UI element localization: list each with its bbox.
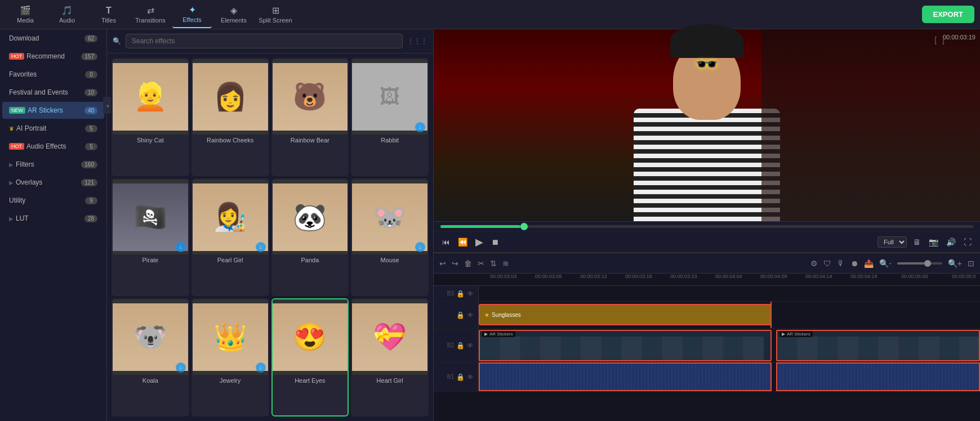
track-row-video: B2 🔒 👁 ▶ AR Stickers <box>434 329 980 362</box>
audio-eye-icon: 👁 <box>467 373 474 381</box>
play-btn[interactable]: ▶ <box>474 234 485 250</box>
sidebar-item-favorites[interactable]: Favorites 0 <box>2 66 104 83</box>
preview-progress[interactable] <box>440 225 973 228</box>
effect-card-pirate[interactable]: 🏴‍☠️ ↓ Pirate <box>112 178 189 297</box>
undo-btn[interactable]: ↩ <box>439 259 446 268</box>
top-toolbar: 🎬 Media 🎵 Audio T Titles ⇄ Transitions ✦… <box>0 0 980 29</box>
lock-icon: 🔒 <box>456 290 465 298</box>
wave-btn[interactable]: ≋ <box>502 259 509 268</box>
video-lock-icon: 🔒 <box>456 342 465 350</box>
playback-controls: ⏮ ⏪ ▶ ⏹ Full 🖥 📷 🔊 ⛶ <box>434 231 980 252</box>
skip-back-btn[interactable]: ⏮ <box>440 236 452 248</box>
timeline-tracks: B3 🔒 👁 🔒 👁 ★ <box>434 286 980 421</box>
cut-btn[interactable]: ✂ <box>478 259 484 268</box>
toolbar-elements[interactable]: ◈ Elements <box>214 1 253 28</box>
redo-btn[interactable]: ↪ <box>452 259 458 268</box>
shield-btn[interactable]: 🛡 <box>823 259 831 268</box>
clip-ar-stickers-1[interactable]: ▶ AR Stickers <box>479 330 772 361</box>
delete-btn[interactable]: 🗑 <box>464 259 472 268</box>
track-control-b3: B3 🔒 👁 <box>434 286 479 301</box>
effect-card-shiny-cat[interactable]: 👱 Shiny Cat <box>112 58 189 176</box>
search-icon: 🔍 <box>113 37 121 45</box>
quality-select[interactable]: Full <box>877 236 907 248</box>
sidebar-item-utility[interactable]: Utility 9 <box>2 192 104 209</box>
sidebar-item-recommend[interactable]: HOT Recommend 157 <box>2 48 104 65</box>
sidebar-item-audio-effects[interactable]: HOT Audio Effects 5 <box>2 138 104 155</box>
track-content-video: ▶ AR Stickers <box>479 329 980 362</box>
toolbar-effects[interactable]: ✦ Effects <box>172 1 212 28</box>
media-icon: 🎬 <box>20 5 31 16</box>
timeline: ↩ ↪ 🗑 ✂ ⇅ ≋ ⚙ 🛡 🎙 ⏺ 📤 🔍- 🔍+ ⊡ <box>434 252 980 421</box>
effects-grid: 👱 Shiny Cat 👩 Rainbow Cheeks 🐻 <box>107 53 433 421</box>
mic-btn[interactable]: 🎙 <box>837 259 845 268</box>
transitions-icon: ⇄ <box>147 5 154 16</box>
bracket-left-btn[interactable]: [ <box>933 34 938 46</box>
track-control-b1: B1 🔒 👁 <box>434 362 479 391</box>
export2-btn[interactable]: 📤 <box>864 259 874 268</box>
fullscreen-btn[interactable]: ⛶ <box>962 236 973 248</box>
step-back-btn[interactable]: ⏪ <box>456 236 469 248</box>
effect-card-rabbit[interactable]: 🖼 ↓ Rabbit <box>351 58 429 176</box>
progress-filled <box>440 225 520 228</box>
effect-card-panda[interactable]: 🐼 Panda <box>271 178 349 297</box>
sidebar-item-ar-stickers[interactable]: NEW AR Stickers 40 <box>2 102 104 119</box>
left-sidebar: ◂ Download 62 HOT Recommend 157 Favorite… <box>0 29 107 421</box>
effect-card-rainbow-cheeks[interactable]: 👩 Rainbow Cheeks <box>191 58 269 176</box>
settings-btn[interactable]: ⚙ <box>810 259 818 268</box>
effect-card-koala[interactable]: 🐨 ↓ Koala <box>112 298 189 416</box>
effect-card-heart-eyes[interactable]: 😍 Heart Eyes <box>271 298 349 416</box>
toolbar-audio[interactable]: 🎵 Audio <box>47 1 87 28</box>
sidebar-item-ai-portrait[interactable]: ♛ AI Portrait 5 <box>2 120 104 137</box>
track-row-header: B3 🔒 👁 <box>434 286 980 302</box>
clip-sunglasses[interactable]: ★ Sunglasses <box>479 304 772 325</box>
preview-progress-bar-row <box>434 221 980 231</box>
zoom-out-btn[interactable]: 🔍- <box>879 259 892 268</box>
zoom-in-btn[interactable]: 🔍+ <box>948 259 962 268</box>
export-button[interactable]: EXPORT <box>922 6 974 23</box>
stop-btn[interactable]: ⏹ <box>489 236 501 248</box>
monitor-btn[interactable]: 🖥 <box>911 236 923 248</box>
effects-panel: 🔍 ⋮⋮⋮ 👱 Shiny Cat 👩 Rainbo <box>107 29 434 421</box>
effect-card-mouse[interactable]: 🐭 ↓ Mouse <box>351 178 429 297</box>
sidebar-item-overlays[interactable]: ▶ Overlays 121 <box>2 174 104 191</box>
effect-card-jewelry[interactable]: 👑 ↓ Jewelry <box>191 298 269 416</box>
waveform-clip-1[interactable] <box>479 362 772 391</box>
progress-handle[interactable] <box>520 223 528 230</box>
sidebar-item-festival[interactable]: Festival and Events 10 <box>2 84 104 101</box>
timeline-toolbar: ↩ ↪ 🗑 ✂ ⇅ ≋ ⚙ 🛡 🎙 ⏺ 📤 🔍- 🔍+ ⊡ <box>434 253 980 274</box>
track-content-sticker: ★ Sunglasses ▼ <box>479 302 980 328</box>
waveform-clip-2[interactable] <box>776 362 980 391</box>
zoom-slider[interactable] <box>897 262 942 265</box>
clip-ar-stickers-2[interactable]: ▶ AR Stickers <box>776 330 980 361</box>
sidebar-item-lut[interactable]: ▶ LUT 28 <box>2 210 104 227</box>
screenshot-btn[interactable]: 📷 <box>927 236 940 248</box>
sidebar-item-download[interactable]: Download 62 <box>2 30 104 47</box>
track-control-b2: B2 🔒 👁 <box>434 329 479 362</box>
track-row-sticker: 🔒 👁 ★ Sunglasses ▼ <box>434 302 980 329</box>
elements-icon: ◈ <box>230 5 237 16</box>
sidebar-item-filters[interactable]: ▶ Filters 160 <box>2 156 104 173</box>
sticker-eye-icon: 👁 <box>467 311 474 319</box>
eye-icon: 👁 <box>467 290 474 298</box>
preview-video: 🕶️ 00:00:03:19 [ ] <box>434 29 980 221</box>
fit-btn[interactable]: ⊡ <box>968 259 974 268</box>
track-row-audio: B1 🔒 👁 <box>434 362 980 392</box>
search-input[interactable] <box>126 34 403 48</box>
record-btn[interactable]: ⏺ <box>850 259 858 268</box>
effect-card-pearl-girl[interactable]: 👩‍🎨 ↓ Pearl Girl <box>191 178 269 297</box>
bracket-right-btn[interactable]: ] <box>941 34 946 46</box>
effect-card-rainbow-bear[interactable]: 🐻 Rainbow Bear <box>271 58 349 176</box>
toolbar-titles[interactable]: T Titles <box>89 1 128 28</box>
sidebar-collapse-btn[interactable]: ◂ <box>103 97 107 114</box>
grid-options-icon[interactable]: ⋮⋮⋮ <box>407 37 427 45</box>
volume-btn[interactable]: 🔊 <box>945 236 957 248</box>
collapse-icon: ◂ <box>106 102 108 109</box>
toolbar-splitscreen[interactable]: ⊞ Split Screen <box>256 1 295 28</box>
toolbar-media[interactable]: 🎬 Media <box>6 1 45 28</box>
effect-card-heart-girl[interactable]: 💝 Heart Girl <box>351 298 429 416</box>
video-eye-icon: 👁 <box>467 342 474 350</box>
titles-icon: T <box>106 6 112 16</box>
ar-sticker-sunglasses: 🕶️ <box>696 53 718 75</box>
adjust-btn[interactable]: ⇅ <box>490 259 497 268</box>
toolbar-transitions[interactable]: ⇄ Transitions <box>131 1 170 28</box>
